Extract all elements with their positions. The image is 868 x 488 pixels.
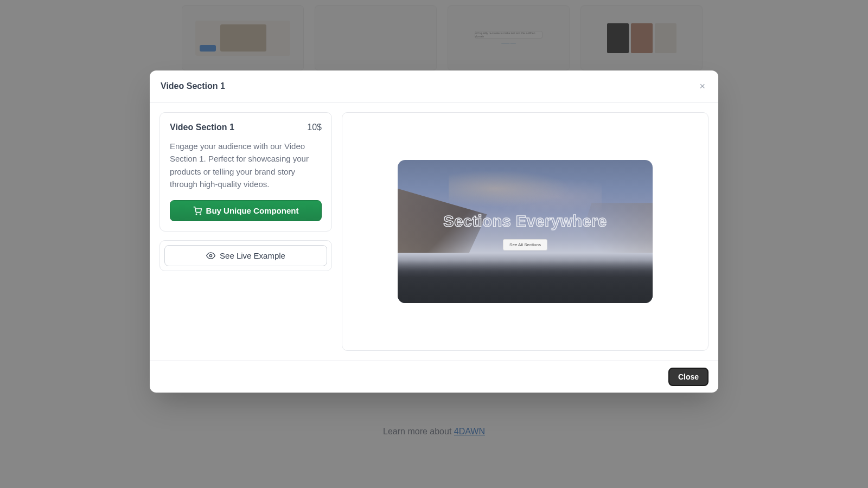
svg-point-2 bbox=[209, 254, 212, 256]
buy-button-label: Buy Unique Component bbox=[206, 206, 299, 215]
modal-footer: Close bbox=[150, 361, 718, 393]
modal-body: Video Section 1 10$ Engage your audience… bbox=[150, 102, 718, 361]
see-example-button[interactable]: See Live Example bbox=[164, 245, 327, 266]
example-button-label: See Live Example bbox=[220, 251, 285, 260]
example-card: See Live Example bbox=[159, 240, 332, 271]
component-title: Video Section 1 bbox=[170, 123, 234, 132]
svg-point-1 bbox=[200, 214, 200, 214]
close-icon[interactable]: × bbox=[697, 79, 707, 93]
info-card: Video Section 1 10$ Engage your audience… bbox=[159, 112, 332, 232]
preview-cta-button: See All Sections bbox=[503, 239, 547, 251]
preview-hero-image: Sections Everywhere See All Sections bbox=[398, 160, 653, 303]
eye-icon bbox=[206, 251, 215, 260]
cart-icon bbox=[193, 207, 202, 215]
modal-header: Video Section 1 × bbox=[150, 70, 718, 102]
modal-overlay[interactable]: Video Section 1 × Video Section 1 10$ En… bbox=[0, 0, 868, 488]
modal-title: Video Section 1 bbox=[161, 81, 225, 91]
buy-button[interactable]: Buy Unique Component bbox=[170, 200, 322, 221]
preview-panel: Sections Everywhere See All Sections bbox=[342, 112, 709, 351]
preview-title: Sections Everywhere bbox=[443, 213, 607, 230]
component-price: 10$ bbox=[307, 123, 322, 132]
component-description: Engage your audience with our Video Sect… bbox=[170, 140, 322, 190]
svg-point-0 bbox=[196, 214, 196, 214]
close-button[interactable]: Close bbox=[668, 368, 709, 386]
left-column: Video Section 1 10$ Engage your audience… bbox=[159, 112, 332, 351]
modal-dialog: Video Section 1 × Video Section 1 10$ En… bbox=[150, 70, 718, 393]
